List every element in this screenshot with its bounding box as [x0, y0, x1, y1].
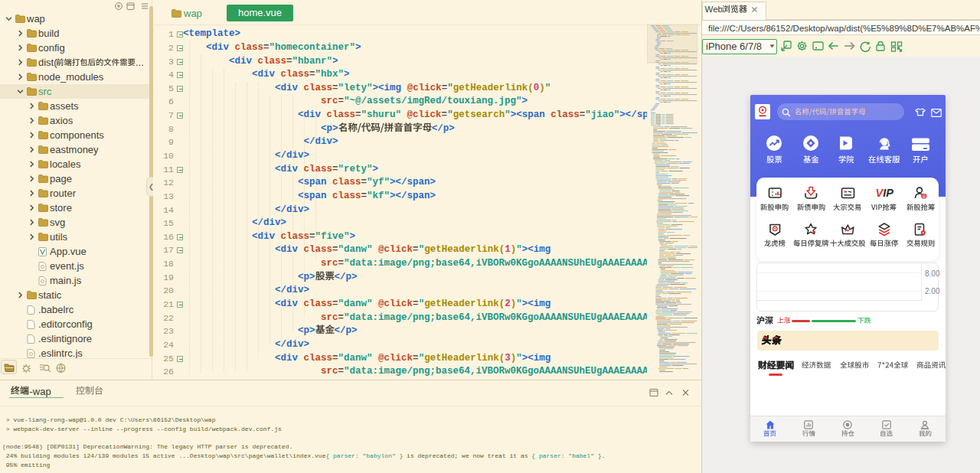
svg-text:IP: IP	[883, 187, 893, 199]
